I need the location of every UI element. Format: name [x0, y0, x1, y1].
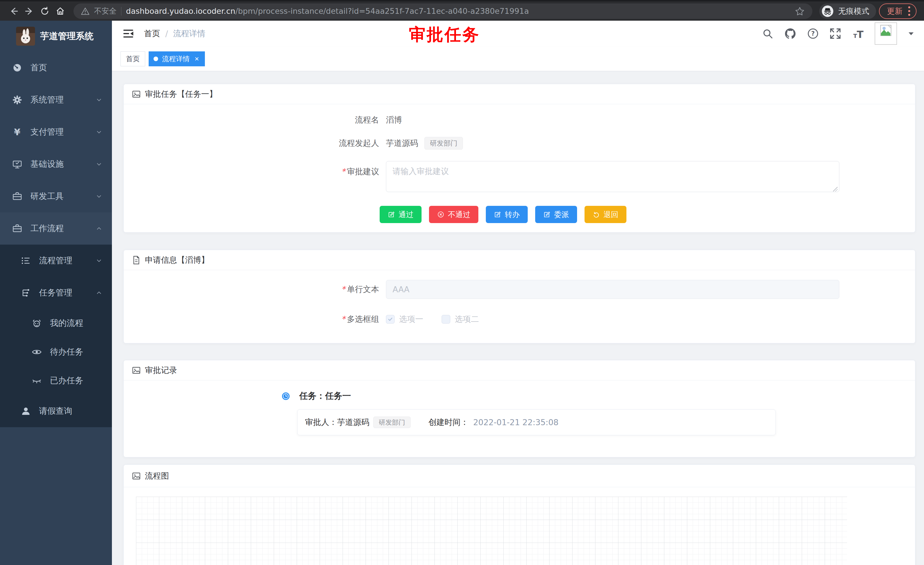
list-icon [20, 255, 32, 266]
dashboard-icon [12, 63, 23, 73]
help-icon[interactable]: ? [807, 27, 819, 40]
bookmark-star-icon[interactable] [795, 6, 805, 17]
checkbox-option1: 选项一 [386, 314, 423, 325]
sidebar-item-system[interactable]: 系统管理 [0, 84, 112, 116]
omnibox-divider [121, 7, 122, 15]
sidebar-item-leave-query[interactable]: 请假查询 [0, 395, 112, 427]
sidebar-item-label: 基础设施 [30, 158, 64, 170]
breadcrumb-home[interactable]: 首页 [144, 28, 160, 39]
app-logo-row[interactable]: 芋道管理系统 [0, 21, 112, 52]
fullscreen-icon[interactable] [829, 27, 842, 40]
resize-handle[interactable] [833, 187, 838, 191]
checkbox-unchecked-icon [442, 315, 450, 323]
checkbox-group-row: *多选框组 选项一 选项二 [135, 314, 904, 325]
approve-button[interactable]: 通过 [380, 206, 422, 223]
gear-icon [12, 95, 23, 105]
sidebar-item-process-mgmt[interactable]: 流程管理 [0, 245, 112, 277]
picture-icon [132, 472, 141, 481]
svg-text:T: T [857, 29, 864, 40]
checkbox-group: 选项一 选项二 [386, 314, 479, 325]
card-title: 审批任务【任务一】 [145, 89, 217, 100]
tab-label: 首页 [126, 54, 140, 63]
sidebar-item-my-process[interactable]: 我的流程 [0, 309, 112, 338]
picture-icon [132, 90, 141, 99]
sidebar-item-done-tasks[interactable]: 已办任务 [0, 366, 112, 395]
clock-icon [281, 391, 291, 401]
approver-name: 芋道源码 [337, 417, 369, 428]
home-icon[interactable] [54, 5, 67, 18]
sidebar-item-task-mgmt[interactable]: 任务管理 [0, 277, 112, 309]
update-label: 更新 [887, 6, 903, 17]
svg-text:?: ? [811, 30, 814, 37]
sidebar-item-home[interactable]: 首页 [0, 52, 112, 84]
tree-icon [20, 288, 32, 298]
sidebar-toggle-icon[interactable] [122, 27, 134, 40]
back-icon[interactable] [8, 5, 20, 18]
main-content: 审批任务【任务一】 流程名 滔博 流程发起人 芋道源码 研发部门 *审批建议 [112, 71, 924, 565]
required-mark: * [341, 314, 345, 324]
sidebar-item-label: 研发工具 [30, 191, 64, 202]
sidebar-item-label: 待办任务 [50, 346, 83, 358]
return-button[interactable]: 退回 [585, 206, 626, 223]
sidebar-item-todo-tasks[interactable]: 待办任务 [0, 338, 112, 366]
transfer-button[interactable]: 转办 [486, 206, 528, 223]
close-icon[interactable] [194, 56, 200, 62]
card-header: 申请信息【滔博】 [124, 250, 915, 270]
chevron-down-icon [95, 128, 103, 136]
tab-label: 流程详情 [162, 54, 190, 63]
single-line-text-input [386, 280, 839, 299]
sidebar-item-label: 流程管理 [39, 255, 72, 266]
tab-process-detail[interactable]: 流程详情 [148, 51, 205, 66]
url-text: dashboard.yudao.iocoder.cn/bpm/process-i… [126, 7, 790, 15]
user-icon [20, 406, 32, 416]
sidebar-item-payment[interactable]: ¥ 支付管理 [0, 116, 112, 148]
briefcase-icon [12, 191, 23, 201]
card-header: 审批任务【任务一】 [124, 84, 915, 104]
browser-menu-icon[interactable] [908, 6, 910, 16]
font-size-icon[interactable]: TT [852, 27, 864, 40]
chevron-up-icon [95, 289, 103, 296]
checkbox-label: 选项二 [455, 314, 479, 325]
sidebar: 芋道管理系统 首页 系统管理 ¥ 支付管理 基础设施 研发工具 工作流程 流程管… [0, 21, 112, 565]
breadcrumb-separator: / [165, 29, 168, 39]
update-button[interactable]: 更新 [879, 3, 916, 19]
sidebar-item-devtools[interactable]: 研发工具 [0, 180, 112, 212]
sidebar-item-label: 工作流程 [30, 223, 64, 234]
active-dot [153, 57, 158, 61]
field-label: 流程发起人 [135, 138, 386, 149]
field-label: *单行文本 [135, 284, 386, 295]
tab-home[interactable]: 首页 [120, 51, 145, 66]
github-icon[interactable] [784, 27, 796, 40]
address-bar[interactable]: 不安全 dashboard.yudao.iocoder.cn/bpm/proce… [74, 3, 812, 19]
opinion-textarea[interactable] [386, 161, 839, 192]
incognito-badge: 无痕模式 [819, 3, 876, 19]
card-title: 申请信息【滔博】 [145, 255, 209, 266]
annotation-text: 审批任务 [409, 24, 480, 46]
chevron-down-icon[interactable] [908, 30, 915, 37]
avatar[interactable] [874, 23, 897, 45]
card-title: 审批记录 [145, 365, 177, 376]
sidebar-item-label: 请假查询 [39, 406, 72, 417]
sidebar-item-infrastructure[interactable]: 基础设施 [0, 148, 112, 180]
yen-icon: ¥ [12, 127, 23, 137]
search-icon[interactable] [762, 27, 774, 40]
delegate-button[interactable]: 委派 [535, 206, 577, 223]
sidebar-item-workflow[interactable]: 工作流程 [0, 212, 112, 245]
dept-tag: 研发部门 [374, 416, 411, 428]
reject-button[interactable]: 不通过 [429, 206, 478, 223]
chevron-up-icon [95, 225, 103, 232]
record-detail-card: 审批人： 芋道源码 研发部门 创建时间： 2022-01-21 22:35:08 [297, 409, 776, 435]
created-time: 2022-01-21 22:35:08 [473, 418, 558, 427]
sidebar-item-label: 系统管理 [30, 94, 64, 106]
breadcrumb: 首页 / 流程详情 [144, 28, 205, 39]
card-title: 流程图 [145, 470, 169, 481]
forward-icon[interactable] [23, 5, 36, 18]
app-logo [16, 27, 35, 46]
card-header: 审批记录 [124, 360, 915, 380]
reload-icon[interactable] [39, 5, 51, 18]
chevron-down-icon [95, 96, 103, 104]
sidebar-item-label: 任务管理 [39, 287, 72, 299]
bpmn-canvas[interactable] [136, 497, 847, 565]
incognito-icon [822, 5, 834, 17]
workflow-submenu: 流程管理 任务管理 我的流程 待办任务 已办任务 请假查询 [0, 245, 112, 427]
